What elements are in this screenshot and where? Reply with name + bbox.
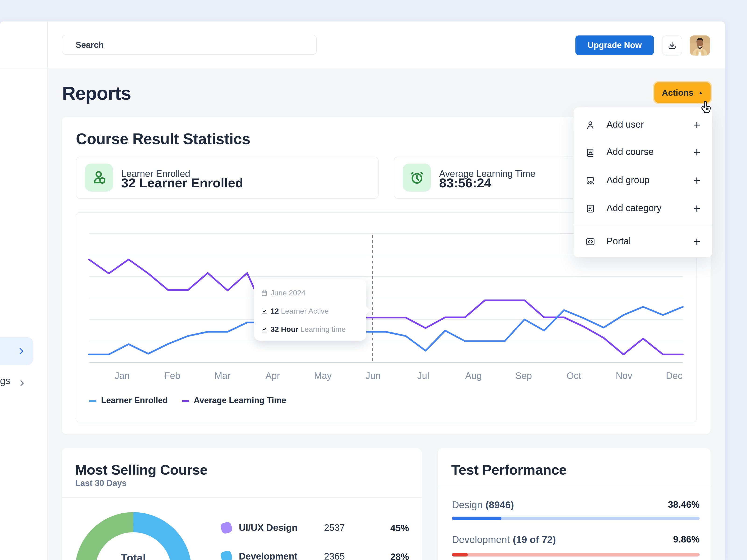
svg-text:Jul: Jul	[417, 371, 429, 381]
svg-text:Aug: Aug	[465, 371, 482, 381]
svg-text:Feb: Feb	[164, 371, 180, 381]
svg-text:Nov: Nov	[616, 371, 632, 381]
svg-text:Dec: Dec	[666, 371, 682, 381]
svg-text:Apr: Apr	[265, 371, 280, 381]
svg-text:May: May	[314, 371, 332, 381]
svg-text:Jun: Jun	[365, 371, 381, 381]
svg-text:Oct: Oct	[567, 371, 581, 381]
svg-text:Jan: Jan	[114, 371, 130, 381]
svg-text:Mar: Mar	[214, 371, 231, 381]
svg-text:Sep: Sep	[515, 371, 532, 381]
